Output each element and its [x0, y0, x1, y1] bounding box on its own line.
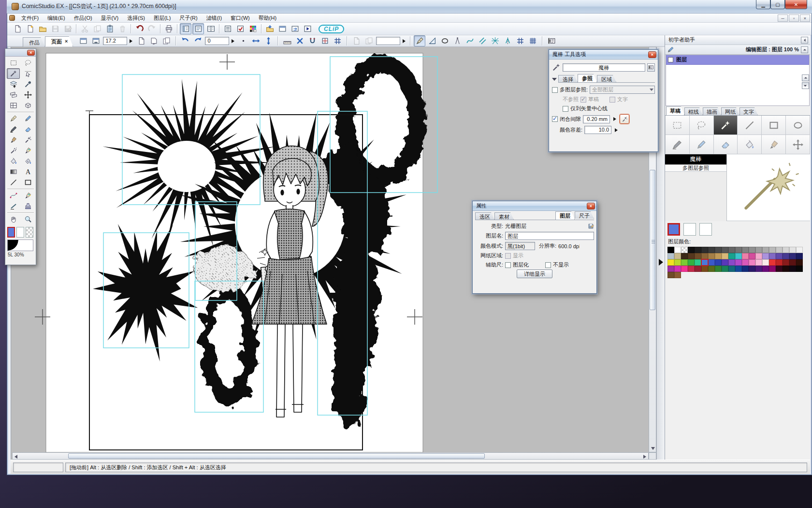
- ruler-button[interactable]: [281, 35, 293, 46]
- panel-toggle-button[interactable]: [546, 35, 557, 46]
- panel-menu-button[interactable]: [647, 63, 655, 72]
- tool-eyedropper[interactable]: [21, 79, 34, 90]
- tab-story[interactable]: 作品: [23, 37, 45, 47]
- spread-view-button[interactable]: [205, 23, 217, 34]
- doc-restore-button[interactable]: ▫: [789, 15, 799, 22]
- print-button[interactable]: [163, 23, 174, 34]
- palette-color[interactable]: [783, 253, 789, 259]
- tool-panel-knife[interactable]: [7, 90, 20, 100]
- run-button[interactable]: [302, 23, 313, 34]
- dialog-tab-参照[interactable]: 参照: [578, 74, 597, 82]
- pen-ruler-button[interactable]: [414, 35, 425, 46]
- palette-color[interactable]: [674, 259, 681, 266]
- palette-color[interactable]: [688, 247, 695, 253]
- tool-hand[interactable]: [7, 214, 20, 224]
- flip-v-button[interactable]: [262, 35, 274, 46]
- save-button[interactable]: [49, 23, 61, 34]
- palette-color[interactable]: [762, 266, 769, 272]
- snap-fix-button[interactable]: [319, 35, 331, 46]
- triangle-ruler-button[interactable]: [426, 35, 438, 46]
- close-icon[interactable]: ×: [587, 203, 595, 209]
- close-icon[interactable]: ×: [648, 51, 656, 58]
- palette-color[interactable]: [722, 247, 728, 253]
- menu-r[interactable]: 尺子(R): [175, 14, 202, 23]
- dialog-tab-选区[interactable]: 选区: [475, 212, 494, 220]
- palette-color[interactable]: [722, 266, 728, 272]
- doc-minimize-button[interactable]: ─: [778, 15, 788, 22]
- palette-color[interactable]: [789, 266, 796, 272]
- layer-name-input[interactable]: 图层: [505, 232, 594, 240]
- ellipse-ruler-button[interactable]: [439, 35, 450, 46]
- page-flip-button[interactable]: [148, 35, 160, 46]
- symmetry-ruler-button[interactable]: [502, 35, 513, 46]
- palette-color[interactable]: [742, 259, 749, 266]
- multi-layer-checkbox[interactable]: [552, 87, 558, 93]
- guide-input[interactable]: [376, 37, 400, 45]
- page-new-button[interactable]: [135, 35, 147, 46]
- palette-color[interactable]: [701, 253, 708, 259]
- gap-spinner-icon[interactable]: [613, 117, 616, 121]
- palette-color[interactable]: [749, 266, 755, 272]
- palette-color[interactable]: [735, 253, 742, 259]
- menu-v[interactable]: 显示(V): [97, 14, 123, 23]
- palette-color[interactable]: [667, 272, 674, 278]
- tool-correct-line[interactable]: [7, 201, 20, 211]
- tone-density-indicator[interactable]: [7, 239, 33, 251]
- story-view-button[interactable]: [180, 23, 191, 34]
- window-titlebar[interactable]: ComicStudio EX - [[CS尝试 - 1页] (21.00 * 2…: [7, 0, 812, 14]
- palette-color[interactable]: [695, 259, 701, 266]
- dialog-tab-选择[interactable]: 选择: [558, 75, 578, 82]
- hide-checkbox[interactable]: [545, 262, 551, 268]
- cut-button[interactable]: [79, 23, 90, 34]
- ref-draft-checkbox[interactable]: [580, 97, 586, 103]
- tool-color-brush[interactable]: [21, 190, 34, 201]
- palette-color[interactable]: [796, 259, 803, 266]
- palette-color[interactable]: [742, 247, 749, 253]
- palette-color[interactable]: [735, 247, 742, 253]
- grid-ruler-button[interactable]: [514, 35, 526, 46]
- tool-gradient[interactable]: [7, 166, 20, 177]
- ink-white-swatch[interactable]: [683, 223, 696, 236]
- palette-color[interactable]: [789, 247, 796, 253]
- assistant-tool-rectangle[interactable]: [762, 116, 786, 135]
- save-all-button[interactable]: [62, 23, 73, 34]
- palette-color[interactable]: [708, 253, 715, 259]
- tool-ink-brush[interactable]: [7, 134, 20, 145]
- dialog-check-button[interactable]: [234, 23, 246, 34]
- palette-color[interactable]: [789, 259, 796, 266]
- palette-color[interactable]: [674, 247, 681, 253]
- assistant-tab[interactable]: 文字: [740, 107, 758, 115]
- flip-h-button[interactable]: [250, 35, 261, 46]
- menu-s[interactable]: 选择(S): [123, 14, 149, 23]
- palette-color[interactable]: [769, 253, 776, 259]
- palette-color[interactable]: [681, 259, 688, 266]
- open-folder-button[interactable]: [37, 23, 48, 34]
- palette-color[interactable]: [769, 266, 776, 272]
- tool-airbrush[interactable]: [7, 145, 20, 156]
- palette-color[interactable]: [755, 266, 762, 272]
- color-grid-button[interactable]: [247, 23, 259, 34]
- menu-l[interactable]: 图层(L): [149, 14, 175, 23]
- ref-text-checkbox[interactable]: [609, 97, 615, 103]
- palette-color[interactable]: [796, 247, 803, 253]
- tool-eraser[interactable]: [21, 124, 34, 134]
- grid-button[interactable]: [332, 35, 343, 46]
- parallel-ruler-button[interactable]: [477, 35, 488, 46]
- tool-deco-brush[interactable]: [21, 134, 34, 145]
- layer-visibility-checkbox[interactable]: [668, 57, 673, 62]
- tool-join-line[interactable]: [7, 190, 20, 201]
- dialog-titlebar[interactable]: 属性 ×: [473, 201, 596, 211]
- palette-color[interactable]: [667, 247, 674, 253]
- menu-i[interactable]: 滤镜(I): [202, 14, 226, 23]
- palette-color[interactable]: [667, 253, 674, 259]
- layer-row-selected[interactable]: 图层: [666, 55, 809, 65]
- layer-scope-dropdown[interactable]: 全部图层: [590, 86, 655, 94]
- horizontal-scrollbar[interactable]: [12, 452, 649, 460]
- ink-color-swatch[interactable]: [7, 227, 15, 238]
- guide-spinner-icon[interactable]: [403, 39, 406, 43]
- float-window-button[interactable]: [77, 35, 89, 46]
- delete-button[interactable]: [116, 23, 128, 34]
- tool-name-field[interactable]: 魔棒: [563, 63, 645, 72]
- palette-color[interactable]: [708, 259, 715, 266]
- assistant-tool-marquee[interactable]: [666, 116, 690, 135]
